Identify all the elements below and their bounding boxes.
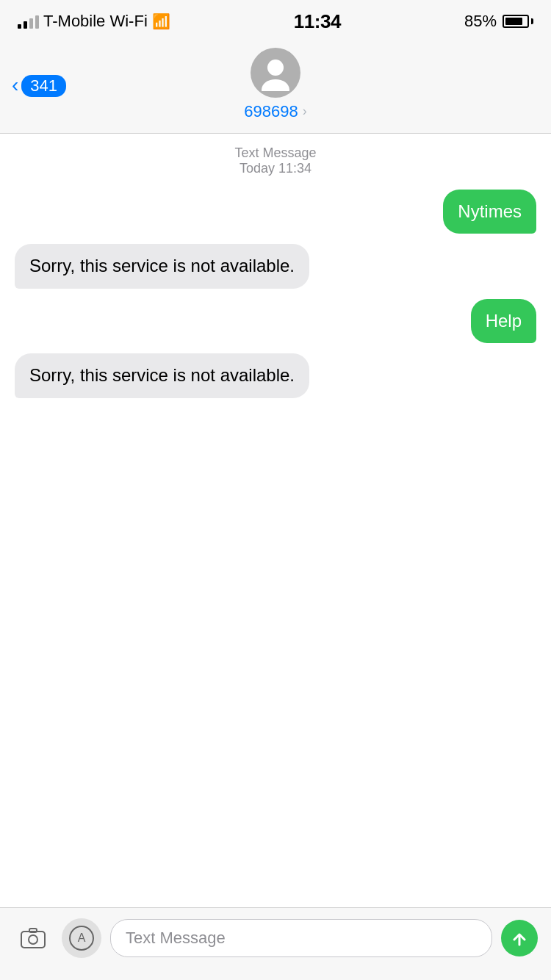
battery-icon — [503, 15, 533, 28]
camera-icon — [21, 928, 46, 948]
signal-icon — [18, 14, 39, 29]
bubble-sent: Nytimes — [443, 190, 536, 234]
input-placeholder: Text Message — [126, 929, 226, 948]
bubble-received: Sorry, this service is not available. — [15, 244, 309, 288]
send-button[interactable] — [501, 920, 538, 956]
bubble-received: Sorry, this service is not available. — [15, 353, 309, 397]
svg-rect-2 — [21, 932, 45, 948]
status-time: 11:34 — [294, 10, 341, 33]
status-left: T-Mobile Wi-Fi 📶 — [18, 12, 170, 31]
svg-text:A: A — [78, 932, 86, 944]
bubble-sent: Help — [471, 299, 536, 343]
back-count-badge: 341 — [21, 75, 66, 97]
input-bar: A Text Message — [0, 907, 551, 980]
battery-percent: 85% — [464, 12, 497, 31]
svg-rect-4 — [29, 929, 37, 932]
wifi-icon: 📶 — [152, 12, 170, 30]
contact-number: 698698 — [244, 102, 298, 121]
status-right: 85% — [464, 12, 533, 31]
message-row: Help — [15, 299, 536, 343]
contact-name-row[interactable]: 698698 › — [244, 102, 306, 121]
back-chevron-icon: ‹ — [12, 75, 18, 96]
avatar-icon — [257, 54, 294, 91]
nav-bar: ‹ 341 698698 › — [0, 38, 551, 134]
message-row: Nytimes — [15, 190, 536, 234]
send-icon — [510, 929, 529, 948]
avatar[interactable] — [251, 48, 300, 98]
message-area: Text Message Today 11:34 Nytimes Sorry, … — [0, 134, 551, 907]
text-input-field[interactable]: Text Message — [110, 919, 492, 957]
appstore-icon: A — [69, 926, 94, 951]
carrier-label: T-Mobile Wi-Fi — [43, 12, 148, 31]
contact-info: 698698 › — [244, 48, 306, 121]
status-bar: T-Mobile Wi-Fi 📶 11:34 85% — [0, 0, 551, 38]
timestamp-label: Text Message Today 11:34 — [15, 145, 536, 176]
svg-point-0 — [267, 60, 284, 76]
appstore-button[interactable]: A — [62, 918, 101, 958]
svg-point-1 — [262, 79, 289, 91]
camera-button[interactable] — [13, 918, 53, 958]
contact-chevron-icon: › — [303, 104, 307, 119]
message-row: Sorry, this service is not available. — [15, 353, 536, 397]
svg-point-3 — [29, 935, 37, 944]
back-button[interactable]: ‹ 341 — [12, 75, 66, 97]
message-row: Sorry, this service is not available. — [15, 244, 536, 288]
